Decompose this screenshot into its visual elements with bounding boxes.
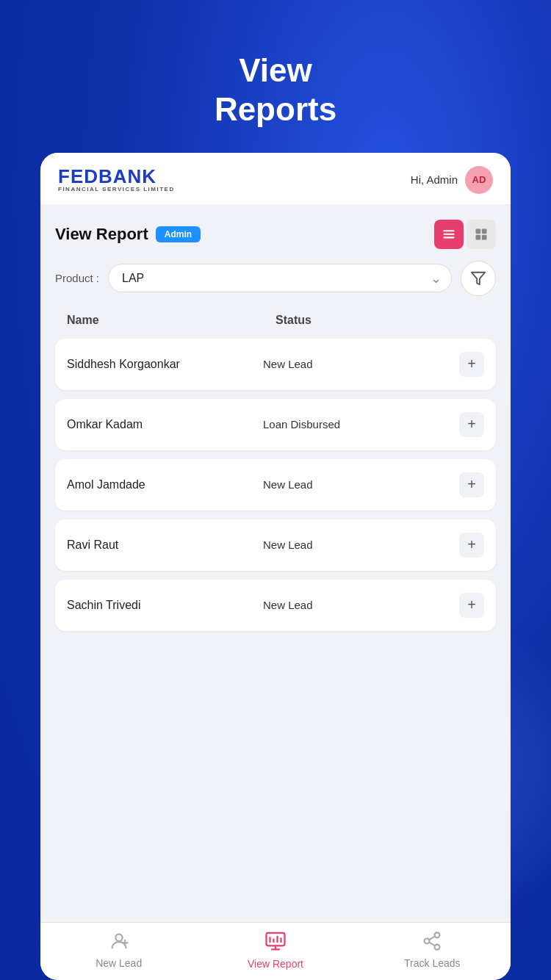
product-select[interactable]: LAP Home Loan Personal Loan Business Loa…	[108, 264, 452, 292]
row-name: Amol Jamdade	[67, 478, 263, 491]
table-row: Omkar KadamLoan Disbursed+	[55, 399, 496, 450]
row-name: Ravi Raut	[67, 538, 263, 552]
col-status-header: Status	[276, 314, 484, 327]
row-expand-button[interactable]: +	[459, 352, 484, 377]
svg-line-22	[429, 937, 435, 940]
table-row: Amol JamdadeNew Lead+	[55, 459, 496, 511]
product-select-wrap: LAP Home Loan Personal Loan Business Loa…	[108, 264, 452, 292]
fedbank-logo: FEDBANK FINANCIAL SERVICES LIMITED	[58, 167, 175, 192]
view-icons-group	[434, 220, 496, 249]
grid-view-button[interactable]	[467, 220, 496, 249]
page-title: View Reports	[215, 51, 336, 129]
row-status: New Lead	[263, 478, 459, 491]
row-expand-button[interactable]: +	[459, 533, 484, 558]
greeting-text: Hi, Admin	[411, 173, 458, 186]
table-row: Ravi RautNew Lead+	[55, 519, 496, 571]
svg-line-21	[429, 943, 435, 946]
header-right: Hi, Admin AD	[411, 166, 493, 194]
svg-rect-1	[444, 233, 455, 234]
filter-row: Product : LAP Home Loan Personal Loan Bu…	[55, 261, 496, 296]
col-name-header: Name	[67, 314, 276, 327]
row-expand-button[interactable]: +	[459, 412, 484, 437]
logo-sub-text: FINANCIAL SERVICES LIMITED	[58, 187, 175, 192]
nav-label-track-leads: Track Leads	[404, 957, 461, 969]
nav-label-view-report: View Report	[248, 958, 303, 970]
card-header: FEDBANK FINANCIAL SERVICES LIMITED Hi, A…	[40, 153, 511, 205]
logo-main-text: FEDBANK	[58, 167, 175, 186]
list-view-button[interactable]	[434, 220, 464, 249]
card-content: View Report Admin	[40, 205, 511, 922]
svg-rect-5	[476, 234, 481, 239]
avatar: AD	[465, 166, 493, 194]
filter-button[interactable]	[461, 261, 496, 296]
track-leads-icon	[422, 931, 442, 954]
row-status: Loan Disbursed	[263, 418, 459, 430]
svg-rect-2	[444, 237, 455, 238]
table-rows-container: Siddhesh KorgaonkarNew Lead+Omkar KadamL…	[55, 339, 496, 631]
row-expand-button[interactable]: +	[459, 593, 484, 618]
bottom-nav: New Lead View Report	[40, 922, 511, 980]
row-name: Sachin Trivedi	[67, 599, 263, 612]
admin-badge: Admin	[156, 226, 201, 242]
product-label: Product :	[55, 272, 99, 284]
view-report-icon	[264, 930, 287, 955]
svg-rect-6	[482, 234, 487, 239]
row-status: New Lead	[263, 538, 459, 551]
grid-icon	[474, 227, 489, 242]
svg-marker-7	[472, 272, 485, 284]
new-lead-icon	[109, 931, 129, 954]
nav-item-view-report[interactable]: View Report	[231, 930, 320, 970]
list-icon	[442, 227, 456, 242]
nav-label-new-lead: New Lead	[96, 957, 142, 969]
nav-item-track-leads[interactable]: Track Leads	[388, 931, 476, 969]
svg-rect-3	[476, 228, 481, 234]
row-name: Siddhesh Korgaonkar	[67, 358, 263, 371]
row-name: Omkar Kadam	[67, 418, 263, 431]
table-column-headers: Name Status	[55, 308, 496, 333]
svg-rect-11	[266, 933, 284, 946]
svg-point-8	[115, 934, 122, 941]
filter-icon	[470, 270, 486, 287]
svg-rect-4	[482, 228, 487, 234]
row-status: New Lead	[263, 358, 459, 370]
section-title-area: View Report Admin	[55, 225, 201, 244]
row-status: New Lead	[263, 599, 459, 611]
nav-item-new-lead[interactable]: New Lead	[75, 931, 163, 969]
section-header: View Report Admin	[55, 220, 496, 249]
main-card: FEDBANK FINANCIAL SERVICES LIMITED Hi, A…	[40, 153, 511, 980]
table-row: Sachin TrivediNew Lead+	[55, 580, 496, 631]
svg-rect-0	[444, 230, 455, 231]
table-row: Siddhesh KorgaonkarNew Lead+	[55, 339, 496, 390]
row-expand-button[interactable]: +	[459, 472, 484, 497]
section-title: View Report	[55, 225, 148, 244]
